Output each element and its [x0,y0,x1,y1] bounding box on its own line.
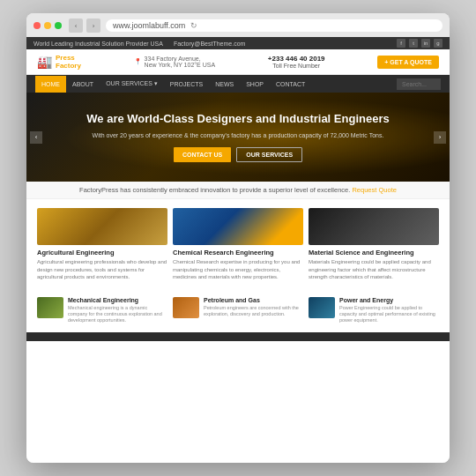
mini-services: Mechanical Engineering Mechanical engine… [26,297,450,332]
mini-img-mechanical [37,297,63,318]
nav-home[interactable]: HOME [35,76,66,93]
forward-button[interactable]: › [86,19,100,33]
traffic-lights [33,22,62,29]
footer-dark [26,332,450,341]
service-img-2 [173,208,303,245]
hero-heading: We are World-Class Designers and Industr… [44,112,432,127]
logo-icon: 🏭 [37,55,52,69]
twitter-icon[interactable]: t [409,39,418,48]
address-bar[interactable]: www.joomlabuff.com ↻ [106,19,443,32]
service-desc-3: Materials Engineering could be applied c… [309,258,439,280]
browser-chrome: ‹ › www.joomlabuff.com ↻ [26,13,450,37]
service-card-1: Agricultural Engineering Agricultural en… [37,208,167,280]
mini-img-power [309,297,335,318]
browser-window: ‹ › www.joomlabuff.com ↻ World Leading I… [26,13,450,463]
mini-desc-3: Power Engineering could be applied to ca… [339,305,439,324]
hero-subtext: With over 20 years of experience & the c… [44,131,432,141]
nav-news[interactable]: NEWS [209,76,240,93]
mini-desc-1: Mechanical engineering is a dynamic comp… [68,305,167,324]
logo-text: Press Factory [56,54,81,70]
mini-title-1: Mechanical Engineering [68,297,167,303]
google-icon[interactable]: g [434,39,443,48]
service-title-1: Agricultural Engineering [37,249,167,257]
request-quote-link[interactable]: Request Quote [352,186,396,194]
service-desc-2: Chemical Research expertise in producing… [173,258,303,280]
top-bar-email: Factory@BestTheme.com [174,41,245,47]
minimize-button[interactable] [44,22,51,29]
hero-prev-button[interactable]: ‹ [30,131,42,144]
service-card-3: Material Science and Engineering Materia… [309,208,439,280]
tagline-text: FactoryPress has consistently embraced i… [79,186,350,194]
mini-desc-2: Petroleum engineers are concerned with t… [204,305,303,317]
phone-info: +233 446 40 2019 Toll Free Number [268,55,325,69]
toll-free-text: Toll Free Number [268,63,325,69]
mini-service-1: Mechanical Engineering Mechanical engine… [37,297,167,324]
back-button[interactable]: ‹ [69,19,83,33]
mini-img-petroleum [173,297,199,318]
quote-button[interactable]: + GET A QUOTE [377,56,439,69]
hero-section: ‹ We are World-Class Designers and Indus… [26,93,450,182]
tagline-bar: FactoryPress has consistently embraced i… [26,182,450,199]
nav-about[interactable]: ABOUT [66,76,100,93]
facebook-icon[interactable]: f [397,39,405,48]
address-line2: New York, NY 102°E USA [145,62,216,68]
reload-icon[interactable]: ↻ [190,21,197,30]
contact-button[interactable]: CONTACT US [174,147,231,162]
mini-title-2: Petroleum and Gas [204,297,303,303]
close-button[interactable] [33,22,41,29]
address-info: 📍 334 Factory Avenue, New York, NY 102°E… [134,56,216,68]
services-section: Agricultural Engineering Agricultural en… [26,199,450,296]
nav-projects[interactable]: PROJECTS [164,76,209,93]
address-line1: 334 Factory Avenue, [145,56,216,62]
site-nav: HOME ABOUT OUR SERVICES ▾ PROJECTS NEWS … [26,75,450,93]
service-title-3: Material Science and Engineering [309,249,439,257]
top-bar-text: World Leading Industrial Solution Provid… [33,41,163,47]
maximize-button[interactable] [55,22,62,29]
logo-sub: Press [56,54,81,62]
top-info-bar: World Leading Industrial Solution Provid… [26,37,450,49]
site-header: 🏭 Press Factory 📍 334 Factory Avenue, Ne… [26,49,450,75]
logo[interactable]: 🏭 Press Factory [37,54,81,70]
mini-title-3: Power and Energy [339,297,439,303]
service-img-1 [37,208,167,245]
nav-services[interactable]: OUR SERVICES ▾ [100,75,164,93]
website-content: World Leading Industrial Solution Provid… [26,37,450,463]
service-desc-1: Agricultural engineering professionals w… [37,258,167,280]
mini-service-3: Power and Energy Power Engineering could… [309,297,439,324]
search-input[interactable] [397,78,441,90]
phone-number: +233 446 40 2019 [268,55,325,63]
mini-service-2: Petroleum and Gas Petroleum engineers ar… [173,297,303,324]
linkedin-icon[interactable]: in [421,39,430,48]
service-img-3 [309,208,439,245]
url-text: www.joomlabuff.com [113,21,185,30]
service-title-2: Chemical Research Engineering [173,249,303,257]
service-card-2: Chemical Research Engineering Chemical R… [173,208,303,280]
services-button[interactable]: OUR SERVICES [236,147,302,162]
address-icon: 📍 [134,58,142,65]
hero-next-button[interactable]: › [434,131,446,144]
nav-shop[interactable]: SHOP [240,76,270,93]
nav-contact[interactable]: CONTACT [270,76,311,93]
